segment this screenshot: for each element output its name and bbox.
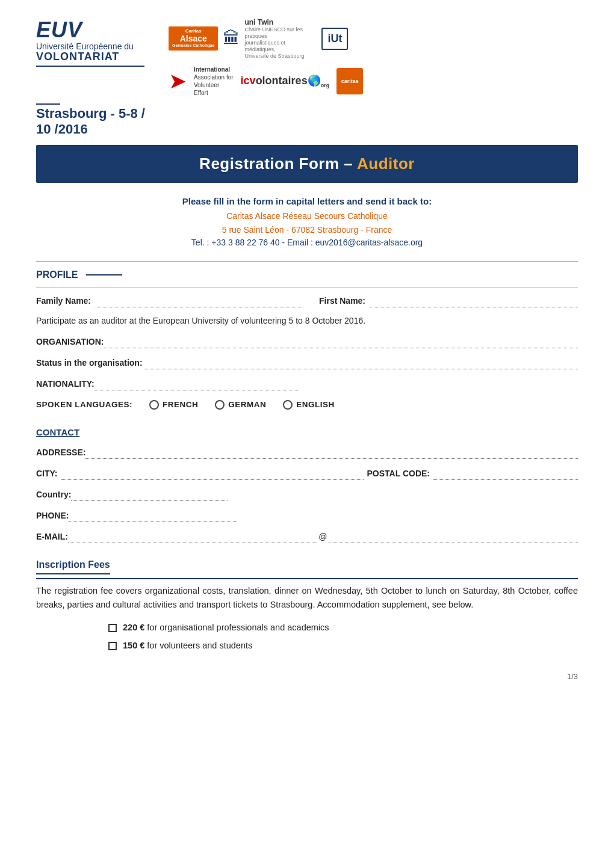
euv-subtitle: VOLONTARIAT [36, 51, 157, 63]
participate-text: Participate as an auditor at the Europea… [36, 315, 578, 327]
phone-label: PHONE: [36, 509, 69, 522]
first-name-label: First Name: [307, 295, 365, 307]
header: EUV Université Européenne du VOLONTARIAT… [36, 18, 578, 97]
email-field-right[interactable] [329, 532, 578, 543]
date-line1: Strasbourg - 5-8 / [36, 106, 578, 121]
email-row: E-MAIL: @ [36, 531, 578, 543]
address-label: ADDRESSE: [36, 446, 85, 459]
french-circle[interactable] [149, 400, 159, 410]
title-orange: Auditor [357, 155, 415, 173]
email-at-symbol: @ [317, 531, 328, 543]
contact-section: CONTACT ADDRESSE: CITY: POSTAL CODE: Cou… [36, 426, 578, 544]
profile-top-hr [36, 287, 578, 288]
caritas-alsace-logo: Caritas Alsace Germaine Catholique [169, 26, 218, 51]
title-bar: Registration Form – Auditor [36, 145, 578, 183]
name-row: Family Name: First Name: [36, 295, 578, 307]
profile-section: PROFILE Family Name: First Name: Partici… [36, 268, 578, 411]
intl-assoc-logo: InternationalAssociation forVolunteerEff… [194, 66, 234, 97]
profile-underline [86, 274, 122, 275]
inscription-body-text: The registration fee covers organization… [36, 584, 578, 612]
euv-university-line: Université Européenne du [36, 42, 157, 51]
date-dash [36, 103, 60, 105]
strasbourg-icon: 🏛 [223, 26, 240, 51]
email-label: E-MAIL: [36, 531, 68, 543]
iut-logo: iUt [321, 28, 348, 50]
page-title: Registration Form – Auditor [48, 152, 566, 176]
nationality-label: NATIONALITY: [36, 378, 95, 390]
address-field[interactable] [85, 448, 578, 459]
fee-option-150: 150 € for volunteers and students [108, 639, 578, 653]
fee-amount-220: 220 € for organisational professionals a… [123, 621, 329, 635]
date-block: Strasbourg - 5-8 / 10 /2016 [36, 103, 578, 137]
languages-row: SPOKEN LANGUAGES: FRENCH GERMAN ENGLISH [36, 399, 578, 411]
date-line2: 10 /2016 [36, 122, 578, 137]
fee-checkbox-220[interactable] [108, 624, 117, 632]
logo-euv-block: EUV Université Européenne du VOLONTARIAT [36, 18, 157, 67]
profile-header: PROFILE [36, 268, 578, 282]
status-row: Status in the organisation: [36, 357, 578, 369]
logos-top-row: Caritas Alsace Germaine Catholique 🏛 uni… [169, 18, 578, 59]
phone-field[interactable] [69, 511, 237, 522]
phone-row: PHONE: [36, 509, 578, 522]
instruction-line2: 5 rue Saint Léon - 67082 Strasbourg - Fr… [36, 223, 578, 236]
inscription-section: Inscription Fees The registration fee co… [36, 558, 578, 653]
title-plain: Registration Form – [199, 155, 357, 173]
icv-logo: icvolontaires🌎org [241, 73, 330, 90]
fee-label-150: for volunteers and students [147, 641, 252, 650]
first-name-field[interactable] [369, 297, 578, 307]
english-option[interactable]: ENGLISH [283, 399, 335, 411]
inscription-section-label: Inscription Fees [36, 558, 110, 574]
organisation-row: ORGANISATION: [36, 336, 578, 348]
country-field[interactable] [71, 490, 228, 501]
caritas-badge-logo: caritas [336, 68, 363, 94]
organisation-field[interactable] [104, 337, 578, 348]
city-field[interactable] [61, 469, 364, 480]
status-label: Status in the organisation: [36, 357, 143, 369]
french-label: FRENCH [163, 399, 198, 411]
email-field-left[interactable] [68, 532, 317, 543]
french-option[interactable]: FRENCH [149, 399, 198, 411]
address-row: ADDRESSE: [36, 446, 578, 459]
instruction-block: Please fill in the form in capital lette… [36, 195, 578, 249]
unitwin-logo: uni Twin Chaire UNESCO sur les pratiques… [244, 18, 317, 59]
chevron-icon: ➤ [169, 65, 187, 97]
partner-logos: Caritas Alsace Germaine Catholique 🏛 uni… [169, 18, 578, 97]
profile-section-label: PROFILE [36, 268, 78, 282]
fee-option-220: 220 € for organisational professionals a… [108, 621, 578, 635]
status-field[interactable] [143, 359, 578, 369]
euv-logo: EUV Université Européenne du VOLONTARIAT [36, 18, 157, 67]
country-label: Country: [36, 488, 71, 501]
instruction-divider [36, 261, 578, 262]
country-row: Country: [36, 488, 578, 501]
instruction-tel: Tel. : +33 3 88 22 76 40 - Email : euv20… [36, 236, 578, 249]
english-circle[interactable] [283, 400, 293, 410]
logos-middle-row: ➤ InternationalAssociation forVolunteerE… [169, 65, 578, 97]
german-option[interactable]: GERMAN [215, 399, 266, 411]
fee-amount-150: 150 € for volunteers and students [123, 639, 252, 653]
euv-initials: EUV [36, 18, 157, 42]
nationality-field[interactable] [95, 380, 299, 390]
page-number: 1/3 [36, 671, 578, 683]
family-name-label: Family Name: [36, 295, 91, 307]
nationality-row: NATIONALITY: [36, 378, 578, 390]
postal-code-field[interactable] [433, 469, 578, 480]
postal-code-label: POSTAL CODE: [367, 467, 430, 480]
german-label: GERMAN [228, 399, 266, 411]
organisation-label: ORGANISATION: [36, 336, 104, 348]
german-circle[interactable] [215, 400, 225, 410]
fee-checkbox-150[interactable] [108, 642, 117, 650]
city-label: CITY: [36, 467, 58, 480]
euv-divider-line [36, 66, 144, 67]
city-postal-row: CITY: POSTAL CODE: [36, 467, 578, 480]
english-label: ENGLISH [296, 399, 335, 411]
spoken-languages-label: SPOKEN LANGUAGES: [36, 399, 132, 411]
family-name-field[interactable] [95, 297, 303, 307]
fee-options: 220 € for organisational professionals a… [36, 621, 578, 653]
instruction-line1: Caritas Alsace Réseau Secours Catholique [36, 209, 578, 223]
instruction-bold: Please fill in the form in capital lette… [36, 195, 578, 209]
fee-label-220: for organisational professionals and aca… [147, 623, 329, 632]
contact-section-label: CONTACT [36, 426, 79, 440]
